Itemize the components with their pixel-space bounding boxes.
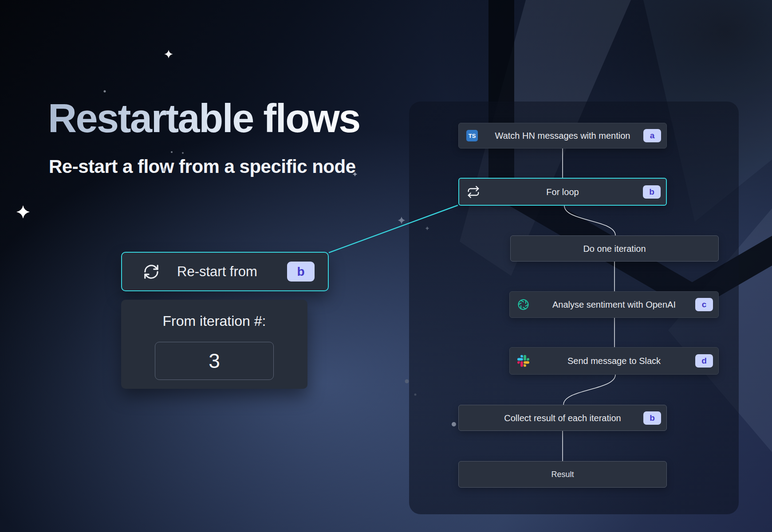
restart-button[interactable]: Re-start from b [121,252,329,291]
node-label: Collect result of each iteration [459,413,666,423]
node-badge: a [643,129,661,142]
flow-node-do-one-iteration[interactable]: Do one iteration [510,235,719,262]
flow-node-openai[interactable]: Analyse sentiment with OpenAI c [509,291,719,318]
restart-target-badge: b [287,262,315,282]
iteration-label: From iteration #: [121,313,307,329]
flow-node-collect-result[interactable]: Collect result of each iteration b [458,405,667,431]
node-badge: b [643,411,661,425]
flow-node-slack[interactable]: Send message to Slack d [509,347,719,375]
node-label: Send message to Slack [510,356,718,366]
node-label: Do one iteration [511,243,718,254]
iteration-input[interactable] [155,342,274,380]
restart-button-label: Re-start from [177,264,257,280]
flow-node-result[interactable]: Result [458,461,667,488]
flow-node-watch-hn[interactable]: TS Watch HN messages with mention a [458,123,667,149]
node-label: For loop [459,187,666,197]
refresh-icon [142,263,160,281]
page-title: Restartable flows [48,97,360,141]
node-label: Result [459,470,666,479]
node-badge: d [695,354,713,368]
iteration-panel: From iteration #: [121,300,307,389]
page-subtitle: Re-start a flow from a specific node [49,156,356,177]
node-label: Analyse sentiment with OpenAI [510,300,718,310]
node-label: Watch HN messages with mention [459,131,666,141]
flow-node-for-loop[interactable]: For loop b [458,178,667,206]
node-badge: b [643,185,661,199]
node-badge: c [695,298,713,311]
